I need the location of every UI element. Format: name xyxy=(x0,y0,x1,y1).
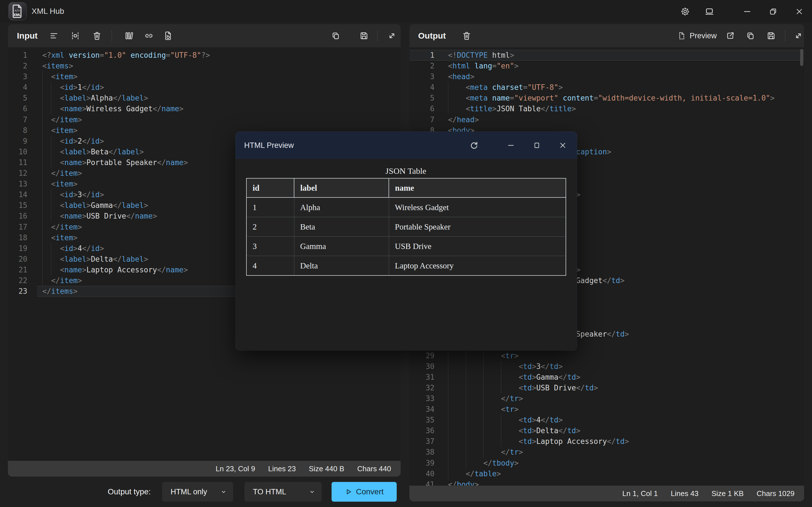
code-line: 2<items> xyxy=(8,61,401,71)
cursor-position: Ln 23, Col 9 xyxy=(216,464,255,473)
line-number: 6 xyxy=(409,103,435,114)
line-number: 22 xyxy=(8,275,28,286)
code-line: 30 <td>3</td> xyxy=(409,361,804,372)
compress-button[interactable] xyxy=(67,28,83,44)
modal-header[interactable]: HTML Preview xyxy=(236,132,577,159)
format-button[interactable] xyxy=(46,28,62,44)
app-window: </> XML XML Hub xyxy=(0,0,812,507)
code-line: 7 </item> xyxy=(8,114,401,125)
line-number: 7 xyxy=(8,114,28,125)
code-line: 4 <id>1</id> xyxy=(8,82,401,93)
code-line: 7</head> xyxy=(409,114,804,125)
expand-icon xyxy=(794,31,803,41)
modal-title: HTML Preview xyxy=(244,132,294,159)
line-number: 20 xyxy=(8,254,28,265)
code-line: 37 <td>Laptop Accessory</td> xyxy=(409,436,804,447)
line-number: 4 xyxy=(409,82,435,93)
line-number: 30 xyxy=(409,361,435,372)
minimize-icon xyxy=(507,141,515,150)
output-type-label: Output type: xyxy=(108,476,151,507)
line-number: 34 xyxy=(409,404,435,414)
preview-cell: 4 xyxy=(246,256,294,276)
code-line: 35 <td>4</td> xyxy=(409,414,804,425)
share-output-button[interactable] xyxy=(722,28,738,44)
preview-table: idlabelname1AlphaWireless Gadget2BetaPor… xyxy=(246,178,566,276)
display-mode-button[interactable] xyxy=(702,4,716,18)
line-number: 18 xyxy=(8,232,28,243)
convert-button-label: Convert xyxy=(356,487,384,496)
chevron-down-icon xyxy=(309,489,315,495)
trash-icon xyxy=(92,31,102,41)
line-number: 3 xyxy=(8,71,28,82)
code-line: 34 <tr> xyxy=(409,404,804,414)
preview-table-row: 3GammaUSB Drive xyxy=(246,237,566,256)
preview-header-cell: id xyxy=(246,178,294,198)
save-input-button[interactable] xyxy=(356,28,372,44)
compress-icon xyxy=(70,31,80,41)
line-number: 35 xyxy=(409,414,435,425)
columns-view-button[interactable] xyxy=(121,28,137,44)
output-toolbar: Output Preview xyxy=(409,24,804,48)
conversion-direction-select[interactable]: TO HTML xyxy=(245,482,322,502)
modal-body: JSON Table idlabelname1AlphaWireless Gad… xyxy=(236,159,577,350)
minimize-window-button[interactable] xyxy=(740,4,754,18)
toolbar-divider xyxy=(112,30,112,41)
save-output-button[interactable] xyxy=(763,28,779,44)
line-number: 40 xyxy=(409,468,435,479)
convert-button[interactable]: Convert xyxy=(332,482,397,502)
close-modal-button[interactable] xyxy=(556,138,570,152)
scrollbar-thumb[interactable] xyxy=(800,49,803,66)
line-number: 1 xyxy=(409,50,435,61)
line-number: 31 xyxy=(409,372,435,383)
preview-cell: 2 xyxy=(246,217,294,237)
clear-output-button[interactable] xyxy=(459,28,474,44)
line-number: 15 xyxy=(8,200,28,211)
line-number: 8 xyxy=(8,125,28,136)
line-number: 4 xyxy=(8,82,28,93)
file-size: Size 1 KB xyxy=(711,489,744,498)
preview-button[interactable]: Preview xyxy=(675,28,719,44)
bottom-action-bar: Output type: HTML only TO HTML Convert xyxy=(0,476,409,507)
output-format-select[interactable]: HTML only xyxy=(162,482,233,502)
copy-output-button[interactable] xyxy=(743,28,758,44)
code-line: 40 </table> xyxy=(409,468,804,479)
preview-table-row: 1AlphaWireless Gadget xyxy=(246,198,566,217)
clear-input-button[interactable] xyxy=(89,28,105,44)
code-line: 5 <meta name="viewport" content="width=d… xyxy=(409,93,804,103)
preview-cell: Delta xyxy=(294,256,389,276)
line-number: 2 xyxy=(8,61,28,71)
close-icon xyxy=(795,7,804,16)
line-number: 2 xyxy=(409,61,435,71)
preview-button-label: Preview xyxy=(690,32,717,40)
preview-file-icon xyxy=(677,31,686,40)
link-button[interactable] xyxy=(141,28,157,44)
restore-icon xyxy=(769,7,777,16)
app-logo-text: XML xyxy=(13,13,21,17)
preview-cell: Laptop Accessory xyxy=(389,256,566,276)
columns-icon xyxy=(124,31,134,41)
maximize-icon xyxy=(533,142,541,149)
line-number: 37 xyxy=(409,436,435,447)
input-panel-title: Input xyxy=(17,24,38,47)
line-number: 17 xyxy=(8,222,28,232)
expand-input-button[interactable] xyxy=(384,28,400,44)
preview-table-row: 2BetaPortable Speaker xyxy=(246,217,566,237)
output-format-value: HTML only xyxy=(170,488,207,496)
close-icon xyxy=(559,141,567,150)
close-window-button[interactable] xyxy=(792,4,806,18)
copy-input-button[interactable] xyxy=(328,28,344,44)
preview-cell: Gamma xyxy=(294,237,389,256)
link-icon xyxy=(144,31,154,41)
settings-button[interactable] xyxy=(678,4,692,18)
minimize-modal-button[interactable] xyxy=(504,138,518,152)
file-transform-button[interactable] xyxy=(160,28,176,44)
refresh-preview-button[interactable] xyxy=(467,138,481,152)
input-status-bar: Ln 23, Col 9 Lines 23 Size 440 B Chars 4… xyxy=(8,461,401,476)
code-line: 36 <td>Delta</td> xyxy=(409,425,804,436)
maximize-modal-button[interactable] xyxy=(530,138,544,152)
expand-output-button[interactable] xyxy=(791,28,804,44)
restore-window-button[interactable] xyxy=(766,4,780,18)
code-line: 1<!DOCTYPE html> xyxy=(409,50,804,61)
line-number: 9 xyxy=(8,136,28,147)
code-line: 3<head> xyxy=(409,71,804,82)
